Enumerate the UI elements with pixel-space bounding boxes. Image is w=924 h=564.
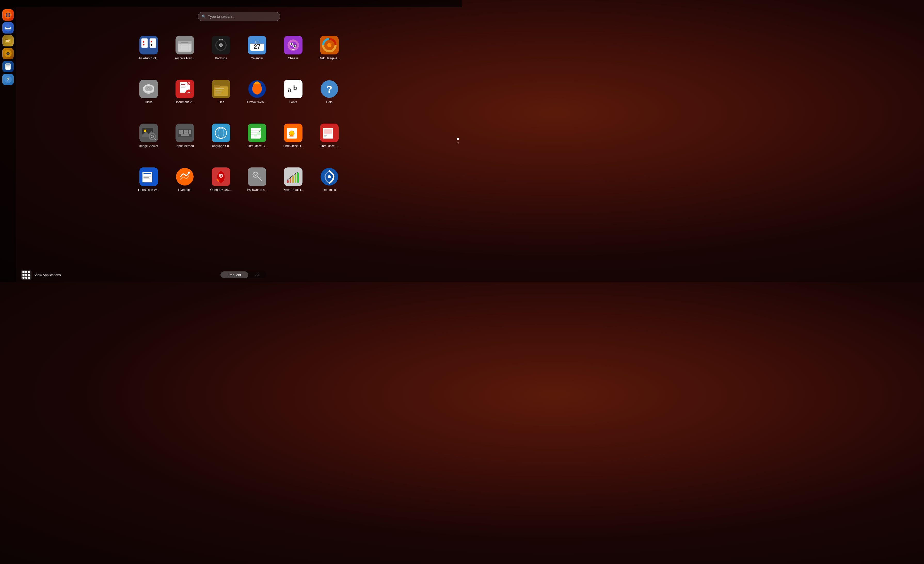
app-item-imageviewer[interactable]: Image Viewer xyxy=(132,121,165,151)
show-applications-button[interactable]: Show Applications xyxy=(21,269,61,280)
app-label-document: Document Vi... xyxy=(175,100,195,105)
app-item-languagesupport[interactable]: Language Su... xyxy=(204,121,238,151)
top-bar xyxy=(0,0,462,7)
app-item-cheese[interactable]: Cheese xyxy=(276,33,310,63)
app-item-powerstat[interactable]: Power Statist... xyxy=(276,165,310,195)
svg-rect-151 xyxy=(287,180,288,183)
app-item-remmina[interactable]: Remmina xyxy=(312,165,346,195)
svg-rect-97 xyxy=(178,132,181,134)
sidebar-icon-files[interactable] xyxy=(2,35,14,46)
sidebar-icon-thunderbird[interactable] xyxy=(2,22,14,34)
app-label-diskusage: Disk Usage A... xyxy=(319,57,340,61)
sidebar-icon-rhythmbox[interactable] xyxy=(2,48,14,59)
app-label-backups: Backups xyxy=(215,57,227,61)
svg-rect-72 xyxy=(214,85,220,87)
svg-rect-13 xyxy=(6,67,9,67)
svg-rect-128 xyxy=(324,129,332,134)
app-item-libreofficecalc[interactable]: LibreOffice C... xyxy=(240,121,274,151)
svg-rect-152 xyxy=(290,178,291,183)
svg-text:♥: ♥ xyxy=(143,43,144,46)
svg-rect-133 xyxy=(142,170,152,172)
app-icon-libreofficewriter xyxy=(140,168,158,186)
app-item-fonts[interactable]: a b Fonts xyxy=(276,77,310,107)
app-item-livepatch[interactable]: Livepatch xyxy=(168,165,202,195)
app-icon-languagesupport xyxy=(212,124,230,142)
app-icon-passwords xyxy=(248,168,266,186)
app-item-calendar[interactable]: FRI 27 Calendar xyxy=(240,33,274,63)
svg-point-69 xyxy=(185,90,192,97)
app-icon-libreofficedraw xyxy=(284,124,303,142)
svg-point-88 xyxy=(151,135,154,138)
svg-rect-68 xyxy=(181,87,185,88)
app-label-libreofficewriter: LibreOffice W... xyxy=(138,188,159,192)
sidebar-icon-firefox[interactable] xyxy=(2,9,14,21)
svg-text:b: b xyxy=(293,84,297,91)
svg-rect-118 xyxy=(257,132,261,135)
svg-rect-5 xyxy=(6,40,10,41)
app-item-libreofficedraw[interactable]: LibreOffice D... xyxy=(276,121,310,151)
app-item-libreofficeimpress[interactable]: LibreOffice I... xyxy=(312,121,346,151)
svg-rect-100 xyxy=(186,132,188,134)
app-item-document[interactable]: Document Vi... xyxy=(168,77,202,107)
search-input[interactable]: Type to search... xyxy=(208,15,276,19)
app-item-openjdk[interactable]: J OpenJDK Jav... xyxy=(204,165,238,195)
app-icon-diskusage xyxy=(320,36,339,54)
app-item-archive[interactable]: Archive Man... xyxy=(168,33,202,63)
show-apps-dots xyxy=(22,271,30,279)
app-item-passwords[interactable]: Passwords a... xyxy=(240,165,274,195)
svg-point-54 xyxy=(327,43,332,47)
app-item-help[interactable]: ? Help xyxy=(312,77,346,107)
app-label-calendar: Calendar xyxy=(251,57,264,61)
app-label-disks: Disks xyxy=(145,100,152,105)
app-label-cheese: Cheese xyxy=(288,57,298,61)
app-icon-libreofficeimpress xyxy=(320,124,339,142)
svg-rect-155 xyxy=(297,173,299,183)
app-label-libreofficecalc: LibreOffice C... xyxy=(247,144,267,148)
search-bar[interactable]: 🔍 Type to search... xyxy=(198,12,280,21)
app-icon-calendar: FRI 27 xyxy=(248,36,266,54)
svg-point-139 xyxy=(176,168,194,186)
app-label-languagesupport: Language Su... xyxy=(210,144,231,148)
app-label-files: Files xyxy=(218,100,224,105)
svg-rect-92 xyxy=(178,130,181,132)
app-grid: ♠ ♥ ♦ ♣ AisleRiot Soli... Archive Man...… xyxy=(130,26,347,202)
app-label-powerstat: Power Statist... xyxy=(283,188,304,192)
svg-rect-12 xyxy=(6,66,10,66)
svg-rect-134 xyxy=(144,173,151,174)
svg-rect-135 xyxy=(144,175,150,175)
app-item-files[interactable]: Files xyxy=(204,77,238,107)
svg-rect-99 xyxy=(184,132,186,134)
svg-point-34 xyxy=(219,43,222,47)
svg-text:?: ? xyxy=(326,84,332,95)
svg-point-61 xyxy=(144,88,153,90)
svg-rect-129 xyxy=(324,135,327,136)
sidebar-icon-writer[interactable] xyxy=(2,61,14,72)
app-icon-fonts: a b xyxy=(284,80,303,98)
app-icon-imageviewer xyxy=(140,124,158,142)
svg-text:a: a xyxy=(288,85,291,94)
app-item-libreofficewriter[interactable]: LibreOffice W... xyxy=(132,165,165,195)
app-icon-openjdk: J xyxy=(212,168,230,186)
app-item-disks[interactable]: Disks xyxy=(132,77,165,107)
tab-frequent[interactable]: Frequent xyxy=(220,271,248,278)
svg-rect-67 xyxy=(181,86,186,87)
show-apps-icon xyxy=(21,269,32,280)
frequency-tabs: Frequent All xyxy=(220,271,267,278)
app-item-aisleriot[interactable]: ♠ ♥ ♦ ♣ AisleRiot Soli... xyxy=(132,33,165,63)
app-icon-files xyxy=(212,80,230,98)
search-container: 🔍 Type to search... xyxy=(198,12,280,21)
app-icon-archive xyxy=(176,36,194,54)
app-item-firefox[interactable]: Firefox Web ... xyxy=(240,77,274,107)
app-icon-livepatch xyxy=(176,168,194,186)
svg-point-149 xyxy=(255,174,256,175)
app-label-firefox: Firefox Web ... xyxy=(247,100,267,105)
svg-rect-11 xyxy=(6,64,10,65)
svg-rect-93 xyxy=(181,130,183,132)
app-item-inputmethod[interactable]: Input Method xyxy=(168,121,202,151)
tab-all[interactable]: All xyxy=(248,271,266,278)
svg-point-140 xyxy=(188,172,190,174)
sidebar-icon-help[interactable]: ? xyxy=(2,74,14,85)
app-item-diskusage[interactable]: Disk Usage A... xyxy=(312,33,346,63)
app-item-backups[interactable]: Backups xyxy=(204,33,238,63)
app-label-inputmethod: Input Method xyxy=(176,144,194,148)
